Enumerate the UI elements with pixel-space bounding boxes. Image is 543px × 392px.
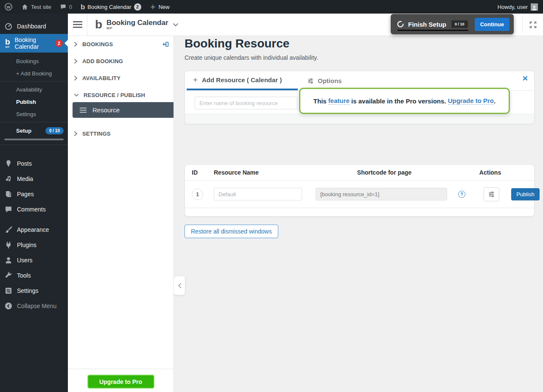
sidebar-item-appearance[interactable]: Appearance [0, 222, 68, 237]
home-icon [21, 3, 28, 11]
wordpress-menu[interactable]: W [0, 0, 17, 14]
panel-footer: Upgrade to Pro [68, 369, 174, 392]
plugins-icon [4, 241, 13, 249]
upgrade-to-pro-button[interactable]: Upgrade to Pro [87, 375, 154, 389]
upgrade-to-pro-link[interactable]: Upgrade to Pro [448, 97, 494, 105]
users-label: Users [17, 257, 33, 264]
submenu-divider [0, 81, 68, 82]
fullscreen-button[interactable] [523, 14, 543, 36]
collapse-menu-label: Collapse Menu [17, 303, 56, 309]
section-bookings[interactable]: BOOKINGS [68, 37, 174, 51]
new-label: New [159, 4, 170, 10]
appearance-label: Appearance [17, 226, 49, 233]
submenu-item-setup[interactable]: Setup 0 / 10 [0, 124, 68, 136]
chevron-down-icon [74, 93, 79, 97]
finish-setup-badge: 0 / 10 [451, 20, 468, 28]
booking-calendar-logo-icon: b [81, 3, 85, 11]
table-header-row: ID Resource Name Shortcode for page Acti… [185, 165, 534, 181]
panel-item-resource-label: Resource [92, 106, 120, 114]
close-icon[interactable]: ✕ [522, 75, 528, 82]
submenu-item-add-booking[interactable]: + Add Booking [0, 67, 68, 80]
sidebar-item-settings[interactable]: Settings [0, 283, 68, 298]
tools-wrench-icon [4, 271, 13, 280]
section-add-booking[interactable]: ADD BOOKING [68, 54, 174, 68]
popover-text: This [313, 97, 328, 105]
collapse-menu-button[interactable]: Collapse Menu [0, 298, 68, 314]
collapse-panel-tab[interactable] [174, 276, 185, 295]
booking-calendar-adminbar-badge: 2 [134, 3, 141, 11]
users-icon [4, 256, 13, 264]
media-label: Media [17, 175, 33, 182]
pages-label: Pages [17, 191, 34, 197]
collapse-sidebar-icon[interactable] [162, 41, 169, 48]
site-name-link[interactable]: Test site [17, 0, 56, 14]
plugin-title: Booking Calendar [106, 19, 168, 27]
tab-add-resource[interactable]: Add Resource ( Calendar ) [187, 71, 298, 90]
sidebar-item-posts[interactable]: Posts [0, 156, 68, 171]
chevron-down-icon[interactable] [173, 23, 179, 27]
col-header-shortcode: Shortcode for page [316, 169, 453, 176]
sidebar-item-tools[interactable]: Tools [0, 268, 68, 283]
tools-label: Tools [17, 272, 31, 279]
howdy-user-link[interactable]: Howdy, user [498, 4, 528, 10]
submenu-divider [0, 145, 68, 145]
comments-link[interactable]: 0 [56, 0, 76, 14]
section-bookings-label: BOOKINGS [82, 41, 113, 47]
card-footer-strip [185, 114, 534, 124]
chevron-right-icon [74, 131, 78, 136]
continue-button[interactable]: Continue [475, 18, 509, 31]
collapse-menu-icon [4, 302, 13, 310]
plugin-title-sub: WP [106, 26, 168, 30]
setup-progress-bar [4, 139, 64, 140]
section-resource-publish-label: RESOURCE / PUBLISH [84, 92, 145, 98]
restore-dismissed-windows-button[interactable]: Restore all dismissed windows [185, 225, 278, 238]
user-avatar[interactable] [531, 3, 538, 11]
section-settings[interactable]: SETTINGS [68, 127, 174, 140]
admin-menu: Dashboard bWP Booking Calendar 2 Booking… [0, 14, 68, 392]
submenu-item-publish[interactable]: Publish [0, 96, 68, 108]
panel-item-resource[interactable]: Resource [73, 102, 174, 118]
help-icon[interactable]: ? [458, 191, 465, 198]
booking-calendar-header-logo-icon: b [95, 19, 102, 30]
sidebar-item-booking-calendar[interactable]: bWP Booking Calendar 2 [0, 34, 68, 53]
publish-button[interactable]: Publish [511, 188, 540, 200]
finish-setup-progress-bar [397, 30, 468, 31]
submenu-item-bookings[interactable]: Bookings [0, 55, 68, 67]
admin-bar: W Test site 0 b Booking Calendar 2 New H… [0, 0, 543, 14]
chevron-right-icon [74, 42, 78, 47]
booking-calendar-menu-badge: 2 [55, 39, 63, 47]
col-header-id: ID [192, 169, 214, 176]
booking-calendar-adminbar-link[interactable]: b Booking Calendar 2 [76, 0, 146, 14]
finish-setup-toast: Finish Setup 0 / 10 Continue [391, 14, 514, 34]
popover-text: is available in the Pro versions. [350, 97, 448, 105]
fullscreen-icon [529, 20, 537, 29]
row-options-button[interactable] [484, 187, 499, 201]
sidebar-item-dashboard[interactable]: Dashboard [0, 19, 68, 34]
drag-handle-icon [80, 108, 87, 113]
sidebar-item-media[interactable]: Media [0, 171, 68, 186]
col-header-resource-name: Resource Name [214, 169, 316, 176]
chevron-right-icon [74, 58, 78, 64]
resource-row-name-input[interactable] [214, 188, 302, 200]
panel-hamburger-button[interactable] [68, 14, 87, 36]
booking-calendar-submenu: Bookings + Add Booking Availability Publ… [0, 53, 68, 148]
posts-label: Posts [17, 160, 32, 167]
submenu-item-settings[interactable]: Settings [0, 108, 68, 120]
resource-name-input[interactable] [195, 97, 297, 109]
sidebar-item-pages[interactable]: Pages [0, 186, 68, 202]
submenu-item-availability[interactable]: Availability [0, 83, 68, 96]
feature-link[interactable]: feature [328, 97, 350, 105]
sidebar-item-users[interactable]: Users [0, 253, 68, 268]
section-availability[interactable]: AVAILABILITY [68, 71, 174, 85]
new-menu[interactable]: New [146, 0, 174, 14]
plugin-title-block[interactable]: Booking Calendar WP [106, 19, 168, 31]
sidebar-item-plugins[interactable]: Plugins [0, 237, 68, 253]
section-resource-publish[interactable]: RESOURCE / PUBLISH [68, 88, 174, 102]
appearance-brush-icon [4, 225, 13, 234]
sidebar-item-comments[interactable]: Comments [0, 202, 68, 217]
shortcode-field[interactable]: [booking resource_id=1] [316, 188, 447, 200]
section-add-booking-label: ADD BOOKING [82, 58, 123, 64]
booking-calendar-adminbar-label: Booking Calendar [87, 4, 131, 10]
dashboard-label: Dashboard [17, 23, 46, 30]
tab-options-label: Options [318, 77, 342, 84]
